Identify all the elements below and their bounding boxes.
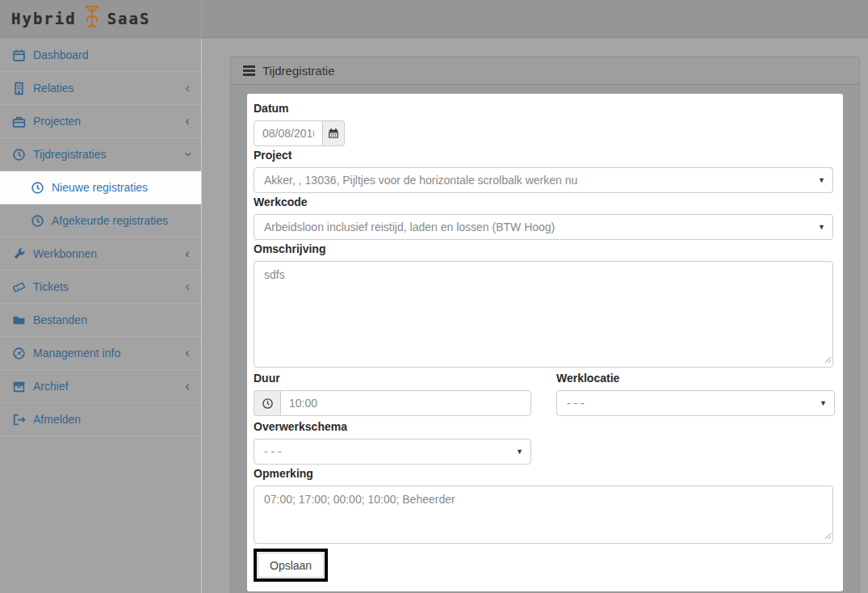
hamburger-icon[interactable] — [243, 64, 255, 78]
sidebar-item-archief[interactable]: Archief ‹ — [0, 370, 201, 403]
sign-out-icon — [12, 413, 26, 427]
sidebar-item-label: Afmelden — [33, 413, 81, 426]
werklocatie-select[interactable]: - - - ▼ — [556, 390, 835, 416]
logo-ornament-icon — [82, 5, 103, 33]
sidebar-item-dashboard[interactable]: Dashboard — [0, 39, 201, 72]
duur-group: Duur — [254, 372, 531, 416]
duur-label: Duur — [254, 372, 531, 385]
save-button-focus-ring: Opslaan — [254, 549, 328, 582]
clock-icon — [31, 181, 44, 195]
datum-input[interactable] — [254, 120, 323, 146]
project-select[interactable]: Akker, , 13036, Pijltjes voor de horizon… — [254, 167, 833, 193]
sidebar-item-label: Werkbonnen — [33, 247, 97, 260]
sidebar-item-bestanden[interactable]: Bestanden — [0, 304, 201, 337]
panel-title: Tijdregistratie — [262, 64, 334, 78]
werkcode-group: Werkcode Arbeidsloon inclusief reistijd,… — [254, 196, 833, 240]
werklocatie-select-value: - - - — [567, 397, 585, 410]
sidebar-item-label: Tijdregistraties — [33, 148, 107, 161]
omschrijving-group: Omschrijving sdfs — [254, 242, 833, 368]
sidebar-item-label: Archief — [33, 380, 69, 393]
opmerking-group: Opmerking 07:00; 17:00; 00:00; 10:00; Be… — [254, 467, 833, 544]
sidebar-item-projecten[interactable]: Projecten ‹ — [0, 105, 201, 138]
sidebar-item-tijdregistraties[interactable]: Tijdregistraties ‹ — [0, 138, 201, 171]
sidebar-item-afmelden[interactable]: Afmelden — [0, 403, 201, 436]
werkcode-label: Werkcode — [254, 196, 833, 208]
select-arrow-icon: ▼ — [818, 223, 825, 231]
sidebar-item-nieuwe-registraties[interactable]: Nieuwe registraties — [0, 171, 201, 204]
calendar-icon[interactable] — [323, 120, 345, 146]
opmerking-textarea[interactable]: 07:00; 17:00; 00:00; 10:00; Beheerder — [254, 486, 833, 544]
sidebar-item-tickets[interactable]: Tickets ‹ — [0, 271, 201, 304]
save-button[interactable]: Opslaan — [258, 553, 324, 578]
clock-icon — [12, 148, 26, 162]
datum-group: Datum — [254, 102, 833, 146]
overwerkschema-select-value: - - - — [264, 445, 282, 458]
tachometer-icon — [12, 347, 26, 360]
main-content: Tijdregistratie Datum — [203, 39, 868, 593]
overwerkschema-label: Overwerkschema — [254, 420, 531, 433]
project-group: Project Akker, , 13036, Pijltjes voor de… — [254, 149, 833, 193]
clock-icon — [254, 390, 280, 416]
datum-input-group — [254, 120, 345, 146]
sidebar-item-label: Tickets — [33, 280, 69, 293]
omschrijving-label: Omschrijving — [254, 242, 833, 255]
duur-input[interactable] — [280, 390, 531, 416]
werkcode-select-value: Arbeidsloon inclusief reistijd, laden en… — [264, 221, 555, 233]
logo[interactable]: Hybrid SaaS — [0, 0, 202, 37]
datum-label: Datum — [254, 102, 833, 115]
panel-header: Tijdregistratie — [231, 57, 859, 85]
opmerking-label: Opmerking — [254, 467, 833, 480]
archive-icon — [12, 380, 26, 393]
panel-body: Datum Project Akker, — [231, 85, 859, 593]
briefcase-icon — [12, 115, 26, 128]
duur-input-group — [254, 390, 531, 416]
sidebar-item-label: Management info — [33, 347, 120, 360]
sidebar-menu: Dashboard Relaties ‹ Projecten ‹ — [0, 39, 201, 436]
tijdregistratie-panel: Tijdregistratie Datum — [230, 57, 860, 593]
werkcode-select[interactable]: Arbeidsloon inclusief reistijd, laden en… — [254, 214, 833, 240]
clock-icon — [31, 214, 44, 228]
logo-text-right: SaaS — [107, 10, 151, 27]
sidebar-item-werkbonnen[interactable]: Werkbonnen ‹ — [0, 238, 201, 271]
sidebar-item-label: Nieuwe registraties — [52, 181, 148, 194]
wrench-icon — [12, 247, 26, 261]
project-label: Project — [254, 149, 833, 162]
werklocatie-group: Werklocatie - - - ▼ — [556, 372, 835, 416]
overwerkschema-group: Overwerkschema - - - ▼ — [254, 420, 531, 465]
sidebar-item-label: Projecten — [33, 115, 81, 128]
omschrijving-textarea[interactable]: sdfs — [254, 261, 833, 368]
calendar-icon — [12, 48, 26, 62]
select-arrow-icon: ▼ — [820, 399, 827, 407]
werklocatie-label: Werklocatie — [556, 372, 835, 385]
sidebar-item-label: Afgekeurde registraties — [52, 214, 168, 227]
sidebar-item-label: Bestanden — [33, 313, 87, 326]
select-arrow-icon: ▼ — [516, 448, 523, 456]
sidebar: Dashboard Relaties ‹ Projecten ‹ — [0, 39, 202, 593]
overwerkschema-select[interactable]: - - - ▼ — [254, 439, 531, 465]
sidebar-item-label: Dashboard — [33, 48, 89, 61]
logo-text-left: Hybrid — [11, 10, 77, 27]
sidebar-item-afgekeurde-registraties[interactable]: Afgekeurde registraties — [0, 204, 201, 238]
select-arrow-icon: ▼ — [818, 176, 825, 184]
topbar: Hybrid SaaS — [0, 0, 868, 38]
registration-form: Datum Project Akker, — [247, 94, 843, 591]
folder-icon — [12, 313, 26, 327]
sidebar-item-label: Relaties — [33, 82, 74, 95]
project-select-value: Akker, , 13036, Pijltjes voor de horizon… — [264, 174, 577, 187]
building-icon — [12, 82, 26, 95]
sidebar-item-management-info[interactable]: Management info ‹ — [0, 337, 201, 370]
ticket-icon — [12, 280, 26, 294]
sidebar-item-relaties[interactable]: Relaties ‹ — [0, 72, 201, 105]
